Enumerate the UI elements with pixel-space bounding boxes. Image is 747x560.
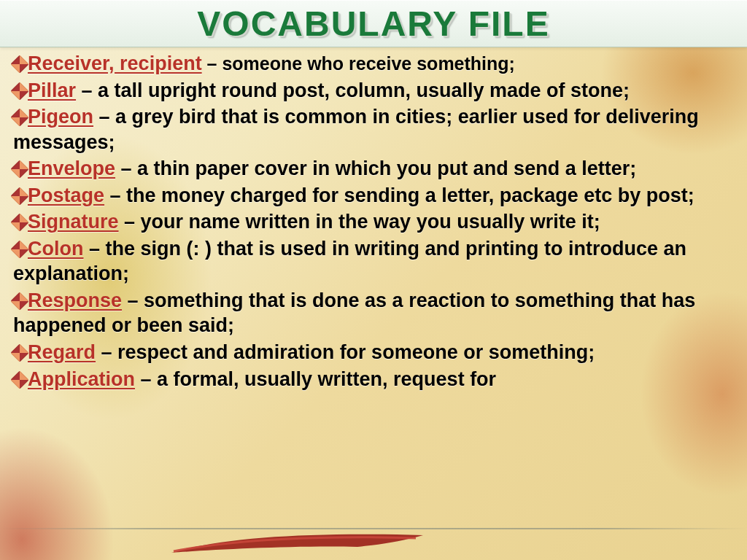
vocab-definition: – respect and admiration for someone or … xyxy=(96,341,595,363)
vocab-definition: – a grey bird that is common in cities; … xyxy=(13,106,699,153)
diamond-bullet-icon xyxy=(10,292,28,310)
vocab-term: Receiver, recipient xyxy=(28,52,202,74)
vocab-term: Signature xyxy=(28,211,119,233)
diamond-bullet-icon xyxy=(10,160,28,178)
vocab-definition: – a tall upright round post, column, usu… xyxy=(76,79,630,101)
vocab-entry: Response – something that is done as a r… xyxy=(13,288,734,338)
diamond-bullet-icon xyxy=(10,343,28,362)
divider-line xyxy=(0,528,747,529)
vocab-definition: – the money charged for sending a letter… xyxy=(104,184,694,206)
diamond-bullet-icon xyxy=(10,108,28,126)
vocab-definition: – someone who receive something; xyxy=(202,53,515,74)
diamond-bullet-icon xyxy=(10,240,28,258)
vocab-entry: Receiver, recipient – someone who receiv… xyxy=(13,51,734,77)
vocab-term: Envelope xyxy=(28,158,115,179)
vocab-definition: – a formal, usually written, request for xyxy=(135,368,496,390)
vocabulary-body: Receiver, recipient – someone who receiv… xyxy=(13,51,734,560)
vocab-term: Postage xyxy=(28,184,104,206)
diamond-bullet-icon xyxy=(10,55,28,73)
vocab-definition: – the sign (: ) that is used in writing … xyxy=(13,238,686,285)
slide-title: VOCABULARY FILE xyxy=(197,4,549,44)
vocab-entry: Colon – the sign (: ) that is used in wr… xyxy=(13,236,734,287)
vocab-entry: Signature – your name written in the way… xyxy=(13,209,734,235)
vocab-definition: – your name written in the way you usual… xyxy=(119,211,600,233)
title-bar: VOCABULARY FILE xyxy=(0,0,747,47)
vocab-entry: Envelope – a thin paper cover in which y… xyxy=(13,156,734,182)
vocab-entry: Postage – the money charged for sending … xyxy=(13,183,734,209)
vocab-entry: Pillar – a tall upright round post, colu… xyxy=(13,78,734,104)
vocab-term: Response xyxy=(28,289,122,311)
vocab-term: Pigeon xyxy=(28,106,93,128)
diamond-bullet-icon xyxy=(10,214,28,232)
slide: VOCABULARY FILE Receiver, recipient – so… xyxy=(0,0,747,560)
vocab-entry: Pigeon – a grey bird that is common in c… xyxy=(13,104,734,155)
vocab-definition: – a thin paper cover in which you put an… xyxy=(115,158,636,179)
vocab-term: Pillar xyxy=(28,79,76,101)
vocab-entry: Application – a formal, usually written,… xyxy=(13,367,734,392)
vocab-term: Regard xyxy=(28,341,96,363)
diamond-bullet-icon xyxy=(10,370,28,389)
diamond-bullet-icon xyxy=(10,82,28,100)
vocab-term: Application xyxy=(28,368,135,390)
vocab-term: Colon xyxy=(28,238,83,260)
diamond-bullet-icon xyxy=(10,187,28,205)
vocab-entry: Regard – respect and admiration for some… xyxy=(13,340,734,365)
